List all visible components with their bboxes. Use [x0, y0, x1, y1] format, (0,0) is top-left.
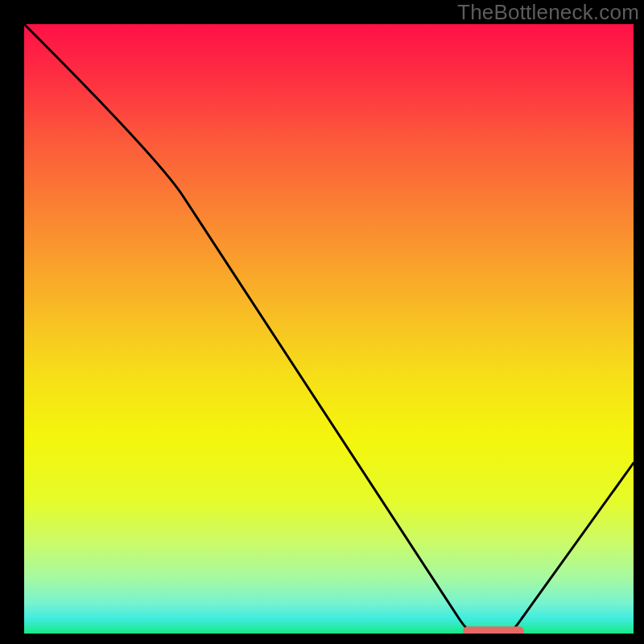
optimal-range-marker — [463, 626, 524, 634]
watermark-text: TheBottleneck.com — [457, 0, 639, 25]
chart-frame: TheBottleneck.com — [0, 0, 644, 644]
chart-svg — [24, 24, 634, 634]
gradient-background — [24, 24, 634, 634]
plot-area — [24, 24, 634, 634]
